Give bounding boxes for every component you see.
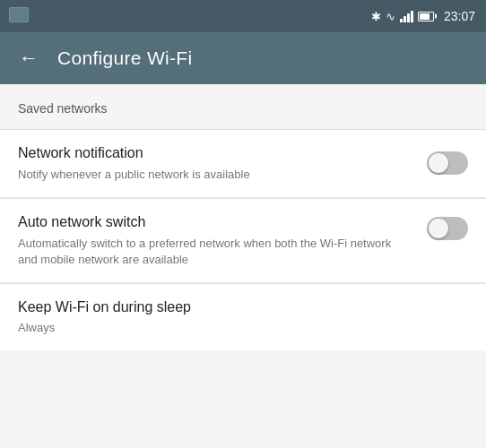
- keep-wifi-sleep-item[interactable]: Keep Wi-Fi on during sleep Always: [0, 284, 486, 350]
- app-bar-title: Configure Wi-Fi: [57, 47, 192, 69]
- saved-networks-section[interactable]: Saved networks: [0, 84, 486, 129]
- signal-icon: [400, 11, 413, 22]
- keep-wifi-sleep-title: Keep Wi-Fi on during sleep: [18, 298, 468, 317]
- thumbnail-icon: [9, 7, 29, 22]
- app-bar: ← Configure Wi-Fi: [0, 32, 486, 84]
- auto-network-switch-subtitle: Automatically switch to a preferred netw…: [18, 236, 412, 268]
- network-notification-toggle-knob: [429, 153, 448, 173]
- auto-network-switch-title: Auto network switch: [18, 213, 412, 232]
- battery-icon: [418, 12, 434, 22]
- auto-network-switch-item[interactable]: Auto network switch Automatically switch…: [0, 199, 486, 283]
- bluetooth-icon: ✱: [371, 10, 381, 23]
- wifi-icon: ∿: [386, 10, 395, 23]
- saved-networks-label: Saved networks: [18, 101, 108, 116]
- auto-network-switch-toggle-knob: [429, 219, 448, 238]
- status-bar: ✱ ∿ 23:07: [0, 0, 486, 32]
- network-notification-item[interactable]: Network notification Notify whenever a p…: [0, 130, 486, 198]
- network-notification-content: Network notification Notify whenever a p…: [18, 144, 427, 183]
- auto-network-switch-toggle[interactable]: [427, 217, 468, 240]
- auto-network-switch-content: Auto network switch Automatically switch…: [18, 213, 427, 268]
- network-notification-toggle[interactable]: [427, 151, 468, 175]
- content: Saved networks Network notification Noti…: [0, 84, 486, 350]
- keep-wifi-sleep-subtitle: Always: [18, 320, 468, 336]
- back-button[interactable]: ←: [14, 44, 43, 73]
- status-time: 23:07: [444, 9, 475, 23]
- network-notification-title: Network notification: [18, 144, 412, 163]
- network-notification-subtitle: Notify whenever a public network is avai…: [18, 167, 412, 183]
